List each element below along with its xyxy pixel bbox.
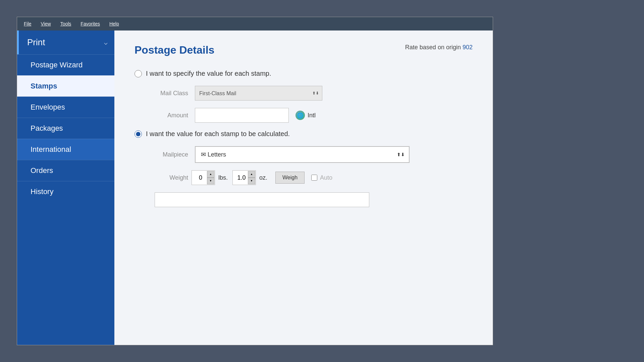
menu-favorites[interactable]: Favorites: [79, 20, 101, 27]
sidebar: Print ⌵ Postage Wizard Stamps Envelopes …: [17, 31, 114, 345]
radio-specify-value-label: I want to specify the value for each sta…: [146, 70, 271, 77]
lbs-unit-label: lbs.: [218, 174, 228, 181]
sidebar-item-history[interactable]: History: [17, 181, 114, 202]
weight-oz-up[interactable]: ▲: [248, 171, 255, 178]
sidebar-item-packages[interactable]: Packages: [17, 118, 114, 139]
partial-row: [155, 192, 473, 207]
sidebar-item-orders[interactable]: Orders: [17, 160, 114, 181]
mailpiece-row: Mailpiece ✉ Letters Large Envelopes Pack…: [155, 146, 473, 163]
mailpiece-select-wrapper: ✉ Letters Large Envelopes Packages Large…: [195, 146, 410, 163]
weigh-button[interactable]: Weigh: [275, 172, 305, 184]
mail-class-label: Mail Class: [155, 90, 188, 97]
partial-input: [155, 192, 369, 207]
sidebar-item-postage-wizard[interactable]: Postage Wizard: [17, 54, 114, 75]
page-header: Postage Details Rate based on origin 902: [135, 44, 473, 56]
menu-help[interactable]: Help: [108, 20, 120, 27]
mail-class-row: Mail Class First-Class Mail Priority Mai…: [155, 86, 473, 101]
sidebar-item-stamps[interactable]: Stamps: [17, 75, 114, 97]
mailpiece-label: Mailpiece: [155, 151, 188, 158]
amount-input[interactable]: [195, 108, 289, 123]
menu-file[interactable]: File: [22, 20, 33, 27]
oz-unit-label: oz.: [259, 174, 267, 181]
sidebar-header-label: Print: [27, 37, 45, 48]
sidebar-header-print[interactable]: Print ⌵: [17, 31, 114, 54]
sidebar-item-envelopes[interactable]: Envelopes: [17, 97, 114, 118]
weight-lbs-group: 0 ▲ ▼ lbs.: [192, 170, 229, 185]
amount-row: Amount 🌐 Intl: [155, 108, 473, 123]
chevron-down-icon: ⌵: [104, 39, 108, 46]
mailpiece-select[interactable]: ✉ Letters Large Envelopes Packages Large…: [195, 146, 410, 163]
weight-oz-down[interactable]: ▼: [248, 178, 255, 184]
menu-bar: File View Tools Favorites Help: [17, 17, 493, 31]
amount-label: Amount: [155, 112, 188, 119]
weight-oz-wrapper: 1.0 ▲ ▼: [232, 170, 256, 185]
sidebar-item-international[interactable]: International: [17, 139, 114, 160]
main-content: Print ⌵ Postage Wizard Stamps Envelopes …: [17, 31, 493, 345]
page-title: Postage Details: [135, 44, 214, 56]
rate-info: Rate based on origin 902: [405, 44, 473, 51]
intl-label: Intl: [308, 112, 316, 119]
weight-lbs-up[interactable]: ▲: [207, 171, 214, 178]
weight-oz-group: 1.0 ▲ ▼ oz.: [232, 170, 269, 185]
weight-lbs-down[interactable]: ▼: [207, 178, 214, 184]
globe-icon: 🌐: [296, 111, 305, 120]
weight-lbs-spinner: ▲ ▼: [207, 171, 214, 184]
radio-calculated[interactable]: [135, 130, 142, 138]
auto-section: Auto: [311, 174, 332, 181]
radio-specify-value[interactable]: [135, 70, 142, 77]
mail-class-select-wrapper: First-Class Mail Priority Mail Media Mai…: [195, 86, 322, 101]
weight-lbs-wrapper: 0 ▲ ▼: [192, 170, 215, 185]
app-window: File View Tools Favorites Help Print ⌵ P…: [17, 17, 493, 345]
radio-calculated-row: I want the value for each stamp to be ca…: [135, 130, 473, 138]
mail-class-select[interactable]: First-Class Mail Priority Mail Media Mai…: [195, 86, 322, 101]
menu-tools[interactable]: Tools: [59, 20, 73, 27]
radio-calculated-label: I want the value for each stamp to be ca…: [146, 130, 290, 138]
rate-origin-link[interactable]: 902: [463, 44, 473, 51]
weight-oz-spinner: ▲ ▼: [248, 171, 255, 184]
menu-view[interactable]: View: [40, 20, 52, 27]
auto-checkbox[interactable]: [311, 175, 317, 181]
right-content: Postage Details Rate based on origin 902…: [114, 31, 493, 345]
intl-button[interactable]: 🌐 Intl: [296, 111, 316, 120]
radio-specify-value-row: I want to specify the value for each sta…: [135, 70, 473, 77]
auto-label: Auto: [320, 174, 332, 181]
weight-label: Weight: [155, 174, 188, 181]
rate-info-text: Rate based on origin: [405, 44, 461, 51]
weight-row: Weight 0 ▲ ▼ lbs. 1.0 ▲: [155, 170, 473, 185]
